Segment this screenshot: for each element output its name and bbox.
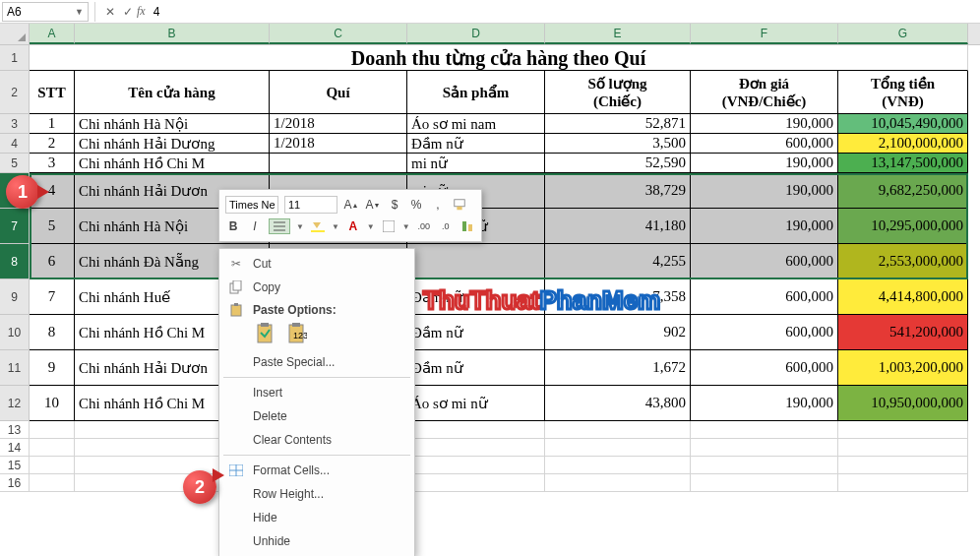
accept-fx-icon[interactable]: ✓	[119, 5, 137, 19]
cell[interactable]	[407, 244, 545, 279]
cell[interactable]: Tổng tiền (VNĐ)	[838, 71, 968, 114]
row-header-2[interactable]: 2	[0, 71, 30, 114]
cell[interactable]: 600,000	[691, 315, 838, 350]
col-header-A[interactable]: A	[30, 24, 75, 44]
menu-copy[interactable]: Copy	[219, 276, 414, 299]
cell[interactable]: 4,255	[545, 244, 691, 279]
cell[interactable]: 600,000	[691, 244, 838, 279]
increase-decimal-icon[interactable]: .0	[438, 218, 454, 234]
cell[interactable]: 9,682,250,000	[838, 173, 968, 209]
cell[interactable]: 541,200,000	[838, 315, 968, 350]
cell[interactable]: Sản phẩm	[407, 71, 545, 114]
paste-values-icon[interactable]: 123	[284, 321, 310, 346]
cell[interactable]	[545, 474, 691, 492]
increase-font-icon[interactable]: A▲	[343, 197, 359, 213]
cell[interactable]	[545, 457, 691, 474]
cell[interactable]	[407, 457, 545, 474]
bold-icon[interactable]: B	[225, 218, 241, 234]
cell[interactable]: 190,000	[691, 154, 838, 173]
cell[interactable]	[691, 439, 838, 457]
cell[interactable]: Đơn giá (VNĐ/Chiếc)	[691, 71, 838, 114]
title-cell[interactable]: Doanh thu từng cửa hàng theo Quí	[30, 45, 968, 71]
col-header-G[interactable]: G	[838, 24, 968, 44]
select-all-corner[interactable]	[0, 24, 30, 45]
cell[interactable]: 38,729	[545, 173, 691, 209]
row-header-7[interactable]: 7	[0, 209, 30, 244]
menu-paste-special[interactable]: Paste Special...	[219, 350, 414, 374]
cell[interactable]: 2,553,000,000	[838, 244, 968, 279]
borders-icon[interactable]	[381, 218, 397, 234]
cell[interactable]: Áo sơ mi nữ	[407, 386, 545, 421]
cell[interactable]	[407, 439, 545, 457]
cell[interactable]: 43,800	[545, 386, 691, 421]
cell[interactable]: 1/2018	[270, 114, 407, 134]
cell[interactable]: 41,180	[545, 209, 691, 244]
font-color-icon[interactable]: A	[345, 218, 361, 234]
fx-icon[interactable]: fx	[137, 4, 146, 19]
cell[interactable]	[30, 474, 75, 492]
menu-clear-contents[interactable]: Clear Contents	[219, 428, 414, 452]
font-size-input[interactable]	[284, 196, 337, 214]
cell[interactable]	[407, 474, 545, 492]
cell[interactable]	[407, 421, 545, 439]
cell[interactable]: 4,414,800,000	[838, 279, 968, 315]
cell[interactable]: 52,590	[545, 154, 691, 173]
cell[interactable]: Áo sơ mi nam	[407, 114, 545, 134]
cell[interactable]: Đầm nữ	[407, 315, 545, 350]
cell[interactable]: 52,871	[545, 114, 691, 134]
cell[interactable]	[838, 457, 968, 474]
cell[interactable]: 902	[545, 315, 691, 350]
cell[interactable]: 600,000	[691, 350, 838, 386]
cell[interactable]: 190,000	[691, 173, 838, 209]
cell[interactable]: 190,000	[691, 386, 838, 421]
cell[interactable]: 8	[30, 315, 75, 350]
cell[interactable]: 6	[30, 244, 75, 279]
cell[interactable]	[545, 439, 691, 457]
row-header-5[interactable]: 5	[0, 154, 30, 173]
menu-cut[interactable]: ✂ Cut	[219, 252, 414, 276]
cell[interactable]	[30, 439, 75, 457]
col-header-C[interactable]: C	[270, 24, 407, 44]
formula-input[interactable]	[153, 5, 980, 19]
cell[interactable]	[691, 457, 838, 474]
cell[interactable]	[838, 421, 968, 439]
format-painter-icon[interactable]	[452, 197, 467, 213]
cell[interactable]: 600,000	[691, 134, 838, 154]
decrease-font-icon[interactable]: A▼	[365, 197, 381, 213]
cell[interactable]: 7	[30, 279, 75, 315]
cell[interactable]: 190,000	[691, 114, 838, 134]
cell[interactable]: Đầm nữ	[407, 134, 545, 154]
row-header-11[interactable]: 11	[0, 350, 30, 386]
paste-default-icon[interactable]	[253, 321, 278, 346]
cell[interactable]: 10,045,490,000	[838, 114, 968, 134]
cell[interactable]	[270, 154, 407, 173]
chevron-down-icon[interactable]: ▼	[75, 7, 84, 17]
col-header-F[interactable]: F	[691, 24, 838, 44]
row-header-9[interactable]: 9	[0, 279, 30, 315]
cell[interactable]: Chi nhánh Hải Dương	[75, 134, 270, 154]
name-box[interactable]: A6 ▼	[2, 2, 89, 22]
row-header-10[interactable]: 10	[0, 315, 30, 350]
cancel-fx-icon[interactable]: ✕	[101, 5, 119, 19]
decrease-decimal-icon[interactable]: .00	[416, 218, 432, 234]
cell[interactable]: Đầm nữ	[407, 350, 545, 386]
cell[interactable]: 2,100,000,000	[838, 134, 968, 154]
cell[interactable]: 10,950,000,000	[838, 386, 968, 421]
format-icon[interactable]	[459, 218, 475, 234]
col-header-E[interactable]: E	[545, 24, 691, 44]
cell[interactable]: STT	[30, 71, 75, 114]
cell[interactable]: Chi nhánh Hồ Chi M	[75, 154, 270, 173]
percent-icon[interactable]: %	[408, 197, 424, 213]
cell[interactable]	[691, 474, 838, 492]
cell[interactable]: 190,000	[691, 209, 838, 244]
cell[interactable]: 5	[30, 209, 75, 244]
col-header-D[interactable]: D	[407, 24, 545, 44]
cell[interactable]: 1	[30, 114, 75, 134]
comma-icon[interactable]: ,	[430, 197, 446, 213]
menu-hide[interactable]: Hide	[219, 506, 414, 529]
cell[interactable]: 13,147,500,000	[838, 154, 968, 173]
cell[interactable]: 10,295,000,000	[838, 209, 968, 244]
row-header-12[interactable]: 12	[0, 386, 30, 421]
cell[interactable]	[838, 439, 968, 457]
cell[interactable]	[30, 457, 75, 474]
